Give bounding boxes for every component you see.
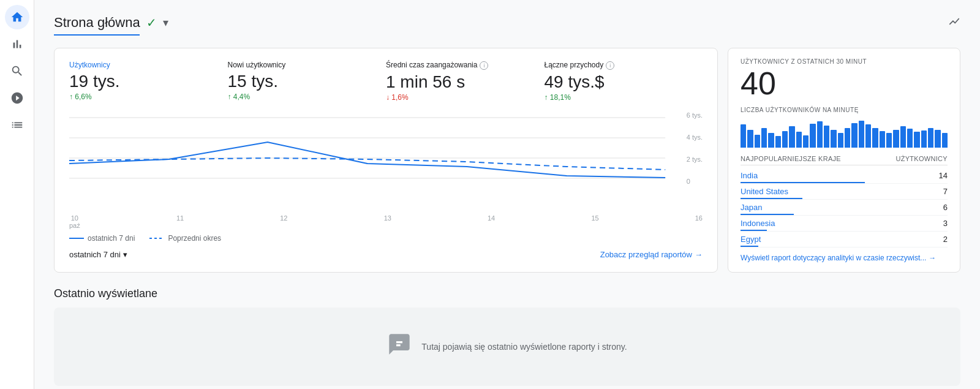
countries-col-name: NAJPOPULARNIEJSZE KRAJE [741, 155, 841, 162]
mini-bar [907, 129, 913, 148]
revenue-info-icon[interactable]: i [606, 61, 614, 70]
metric-users-change: ↑ 6,6% [69, 93, 218, 101]
rt-link-arrow: → [929, 254, 936, 262]
legend-previous: Poprzedni okres [149, 234, 221, 243]
country-progress-bar [741, 198, 802, 199]
sidebar-item-home[interactable] [5, 5, 29, 29]
country-count: 14 [939, 171, 948, 180]
country-name[interactable]: India [741, 171, 758, 180]
country-count: 3 [943, 219, 948, 228]
mini-bar [900, 126, 906, 148]
country-row: Japan6 [741, 200, 948, 216]
mini-bar [831, 130, 836, 148]
metrics-row: Użytkownicy 19 tys. ↑ 6,6% Nowi użytkown… [69, 61, 703, 102]
country-row: India14 [741, 168, 948, 184]
chart-y-labels: 6 tys. 4 tys. 2 tys. 0 [687, 111, 703, 185]
dropdown-icon[interactable]: ▾ [163, 16, 168, 29]
metric-engagement-label: Średni czas zaangażowaniai [386, 61, 535, 70]
country-name[interactable]: Japan [741, 203, 762, 212]
empty-icon [387, 332, 412, 361]
x-label-12: 12 [280, 214, 287, 229]
mini-bar [741, 124, 746, 148]
sidebar-item-advertising[interactable] [5, 86, 29, 110]
sidebar-item-configure[interactable] [5, 113, 29, 137]
chart-legend: ostatnich 7 dni Poprzedni okres [69, 234, 703, 243]
mini-bar [859, 121, 864, 148]
legend-current-label: ostatnich 7 dni [88, 234, 135, 243]
y-label-6k: 6 tys. [687, 111, 703, 119]
mini-bar [747, 130, 753, 148]
metric-users-label: Użytkownicy [69, 61, 218, 69]
x-label-16: 16 [695, 214, 703, 229]
engagement-info-icon[interactable]: i [480, 61, 488, 70]
country-progress-bar [741, 246, 758, 247]
metric-new-users-value: 15 tys. [228, 72, 377, 91]
title-underline [54, 34, 140, 36]
country-count: 2 [943, 235, 948, 244]
y-label-4k: 4 tys. [687, 134, 703, 141]
header-action-button[interactable] [948, 15, 960, 31]
mini-bar [928, 128, 933, 148]
country-progress-bar [741, 182, 865, 183]
mini-bar [914, 132, 919, 148]
x-label-11: 11 [176, 214, 184, 229]
metric-revenue-label: Łączne przychodyi [545, 61, 693, 70]
mini-bar [935, 130, 940, 148]
mini-bar [872, 128, 878, 148]
y-label-0: 0 [687, 178, 703, 185]
country-row: United States7 [741, 184, 948, 200]
sidebar-item-reports[interactable] [5, 32, 29, 56]
rt-sub-label: LICZBA UŻYTKOWNIKÓW NA MINUTĘ [741, 107, 948, 113]
recently-viewed-title: Ostatnio wyświetlane [54, 287, 960, 300]
metric-new-users-label: Nowi użytkownicy [228, 61, 377, 69]
recently-viewed-section: Ostatnio wyświetlane Tutaj pojawią się o… [54, 287, 960, 386]
mini-bar [838, 133, 843, 148]
legend-previous-label: Poprzedni okres [168, 234, 221, 243]
mini-bar [845, 128, 850, 148]
cards-row: Użytkownicy 19 tys. ↑ 6,6% Nowi użytkown… [54, 48, 960, 273]
metric-revenue-change: ↑ 18,1% [545, 93, 693, 102]
legend-solid-line [69, 238, 84, 239]
country-progress-bar [741, 214, 794, 215]
metric-engagement: Średni czas zaangażowaniai 1 min 56 s ↓ … [386, 61, 545, 102]
country-name[interactable]: United States [741, 187, 788, 196]
metric-new-users: Nowi użytkownicy 15 tys. ↑ 4,4% [228, 61, 386, 102]
legend-dashed-line [149, 238, 164, 239]
country-name[interactable]: Indonesia [741, 219, 775, 228]
period-selector[interactable]: ostatnich 7 dni ▾ [69, 250, 127, 259]
country-name[interactable]: Egypt [741, 235, 761, 244]
rt-realtime-link[interactable]: Wyświetl raport dotyczący analityki w cz… [741, 254, 948, 262]
metric-engagement-change: ↓ 1,6% [386, 93, 535, 102]
chart-svg [69, 111, 703, 197]
view-reports-arrow: → [695, 250, 703, 259]
main-analytics-card: Użytkownicy 19 tys. ↑ 6,6% Nowi użytkown… [54, 48, 718, 273]
rt-header-label: UŻYTKOWNICY Z OSTATNICH 30 MINUT [741, 58, 948, 65]
check-icon: ✓ [146, 15, 157, 30]
mini-bar [893, 130, 899, 148]
mini-bar [942, 133, 948, 148]
rt-big-number: 40 [741, 67, 948, 99]
mini-bar [803, 135, 809, 148]
country-row: Egypt2 [741, 232, 948, 247]
y-label-2k: 2 tys. [687, 156, 703, 163]
x-label-15: 15 [591, 214, 598, 229]
mini-bar [851, 123, 857, 148]
chart-x-labels: 10paź 11 12 13 14 15 16 [69, 214, 703, 229]
countries-header: NAJPOPULARNIEJSZE KRAJE UŻYTKOWNICY [741, 155, 948, 165]
mini-bar [775, 136, 781, 148]
mini-bar [865, 124, 871, 148]
metric-new-users-change: ↑ 4,4% [228, 93, 377, 101]
sidebar-item-explore[interactable] [5, 59, 29, 83]
metric-users: Użytkownicy 19 tys. ↑ 6,6% [69, 61, 228, 102]
countries-list: India14United States7Japan6Indonesia3Egy… [741, 168, 948, 247]
country-row: Indonesia3 [741, 216, 948, 232]
legend-current: ostatnich 7 dni [69, 234, 135, 243]
mini-bar [810, 124, 815, 148]
metric-revenue: Łączne przychodyi 49 tys.$ ↑ 18,1% [545, 61, 703, 102]
mini-bar [880, 131, 885, 148]
page-title-area: Strona główna ✓ ▾ [54, 15, 168, 31]
country-count: 7 [943, 187, 948, 196]
rt-mini-bars [741, 118, 948, 148]
mini-bar [796, 132, 802, 148]
view-reports-link[interactable]: Zobacz przegląd raportów → [600, 250, 703, 259]
